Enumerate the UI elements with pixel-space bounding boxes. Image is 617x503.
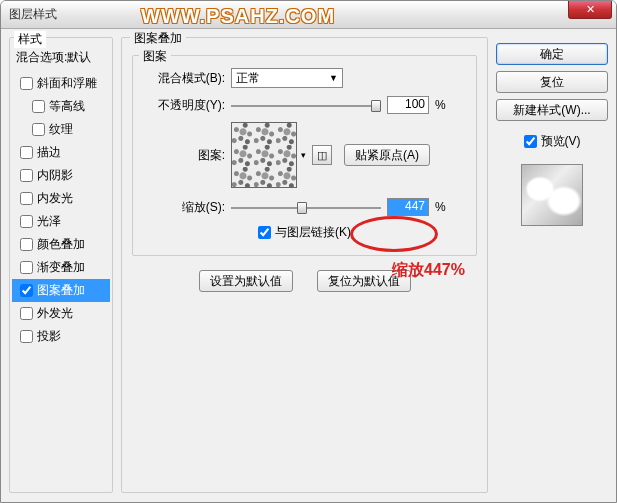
pattern-swatch[interactable] — [231, 122, 297, 188]
style-item-label: 光泽 — [37, 213, 61, 230]
close-button[interactable]: ✕ — [568, 1, 612, 19]
style-item-label: 斜面和浮雕 — [37, 75, 97, 92]
percent-label-2: % — [435, 200, 446, 214]
style-checkbox[interactable] — [32, 100, 45, 113]
preview-checkbox[interactable] — [524, 135, 537, 148]
styles-panel: 样式 混合选项:默认 斜面和浮雕等高线纹理描边内阴影内发光光泽颜色叠加渐变叠加图… — [9, 37, 113, 494]
settings-panel: 图案叠加 图案 混合模式(B): 正常 ▼ 不透明度(Y): — [121, 37, 488, 494]
style-item-label: 内发光 — [37, 190, 73, 207]
cancel-button[interactable]: 复位 — [496, 71, 608, 93]
style-item-4[interactable]: 内阴影 — [12, 164, 110, 187]
style-checkbox[interactable] — [20, 215, 33, 228]
opacity-slider-thumb[interactable] — [371, 100, 381, 112]
reset-default-button[interactable]: 复位为默认值 — [317, 270, 411, 292]
titlebar[interactable]: 图层样式 ✕ WWW.PSAHZ.COM — [1, 1, 616, 29]
scale-slider[interactable] — [231, 199, 381, 215]
pattern-overlay-title: 图案叠加 — [130, 30, 186, 47]
style-checkbox[interactable] — [20, 77, 33, 90]
style-item-label: 内阴影 — [37, 167, 73, 184]
style-list: 斜面和浮雕等高线纹理描边内阴影内发光光泽颜色叠加渐变叠加图案叠加外发光投影 — [12, 72, 110, 348]
style-item-6[interactable]: 光泽 — [12, 210, 110, 233]
style-item-7[interactable]: 颜色叠加 — [12, 233, 110, 256]
style-item-10[interactable]: 外发光 — [12, 302, 110, 325]
pattern-dropdown-icon[interactable]: ▾ — [301, 150, 306, 160]
style-checkbox[interactable] — [20, 307, 33, 320]
defaults-row: 设置为默认值 复位为默认值 — [132, 270, 477, 292]
pattern-label: 图案: — [143, 147, 225, 164]
blend-mode-value: 正常 — [236, 70, 260, 87]
link-layer-row: 与图层链接(K) — [143, 224, 466, 241]
style-item-label: 外发光 — [37, 305, 73, 322]
style-item-9[interactable]: 图案叠加 — [12, 279, 110, 302]
link-layer-label: 与图层链接(K) — [275, 224, 351, 241]
preview-swatch — [521, 164, 583, 226]
scale-slider-thumb[interactable] — [297, 202, 307, 214]
pattern-row: 图案: ▾ ◫ 贴紧原点(A) — [143, 122, 466, 188]
style-checkbox[interactable] — [20, 146, 33, 159]
style-item-label: 图案叠加 — [37, 282, 85, 299]
style-checkbox[interactable] — [32, 123, 45, 136]
preview-row: 预览(V) — [496, 133, 608, 150]
blend-mode-label: 混合模式(B): — [143, 70, 225, 87]
blend-mode-row: 混合模式(B): 正常 ▼ — [143, 68, 466, 88]
blend-mode-select[interactable]: 正常 ▼ — [231, 68, 343, 88]
dialog-body: 样式 混合选项:默认 斜面和浮雕等高线纹理描边内阴影内发光光泽颜色叠加渐变叠加图… — [1, 29, 616, 502]
style-item-0[interactable]: 斜面和浮雕 — [12, 72, 110, 95]
style-item-1[interactable]: 等高线 — [12, 95, 110, 118]
scale-input[interactable]: 447 — [387, 198, 429, 216]
style-item-5[interactable]: 内发光 — [12, 187, 110, 210]
pattern-inner-title: 图案 — [139, 48, 171, 65]
style-item-label: 描边 — [37, 144, 61, 161]
snap-origin-button[interactable]: 贴紧原点(A) — [344, 144, 430, 166]
new-style-button[interactable]: 新建样式(W)... — [496, 99, 608, 121]
style-checkbox[interactable] — [20, 169, 33, 182]
styles-group: 样式 混合选项:默认 斜面和浮雕等高线纹理描边内阴影内发光光泽颜色叠加渐变叠加图… — [9, 37, 113, 493]
ok-button[interactable]: 确定 — [496, 43, 608, 65]
opacity-label: 不透明度(Y): — [143, 97, 225, 114]
style-checkbox[interactable] — [20, 238, 33, 251]
style-item-label: 等高线 — [49, 98, 85, 115]
pattern-overlay-group: 图案叠加 图案 混合模式(B): 正常 ▼ 不透明度(Y): — [121, 37, 488, 493]
style-item-label: 渐变叠加 — [37, 259, 85, 276]
scale-label: 缩放(S): — [143, 199, 225, 216]
link-layer-checkbox[interactable] — [258, 226, 271, 239]
styles-group-title: 样式 — [14, 31, 46, 48]
new-preset-button[interactable]: ◫ — [312, 145, 332, 165]
style-item-3[interactable]: 描边 — [12, 141, 110, 164]
preview-label: 预览(V) — [541, 133, 581, 150]
style-checkbox[interactable] — [20, 261, 33, 274]
style-item-label: 颜色叠加 — [37, 236, 85, 253]
action-panel: 确定 复位 新建样式(W)... 预览(V) — [496, 37, 608, 494]
opacity-slider[interactable] — [231, 97, 381, 113]
style-item-2[interactable]: 纹理 — [12, 118, 110, 141]
window-title: 图层样式 — [9, 6, 57, 23]
style-checkbox[interactable] — [20, 192, 33, 205]
set-default-button[interactable]: 设置为默认值 — [199, 270, 293, 292]
pattern-inner-group: 图案 混合模式(B): 正常 ▼ 不透明度(Y): — [132, 55, 477, 256]
watermark: WWW.PSAHZ.COM — [141, 5, 335, 28]
layer-style-dialog: 图层样式 ✕ WWW.PSAHZ.COM 样式 混合选项:默认 斜面和浮雕等高线… — [0, 0, 617, 503]
scale-row: 缩放(S): 447 % — [143, 198, 466, 216]
style-item-8[interactable]: 渐变叠加 — [12, 256, 110, 279]
style-item-label: 纹理 — [49, 121, 73, 138]
chevron-down-icon: ▼ — [329, 73, 338, 83]
blending-options-link[interactable]: 混合选项:默认 — [12, 47, 110, 70]
opacity-row: 不透明度(Y): 100 % — [143, 96, 466, 114]
style-checkbox[interactable] — [20, 284, 33, 297]
percent-label: % — [435, 98, 446, 112]
style-checkbox[interactable] — [20, 330, 33, 343]
style-item-11[interactable]: 投影 — [12, 325, 110, 348]
opacity-input[interactable]: 100 — [387, 96, 429, 114]
style-item-label: 投影 — [37, 328, 61, 345]
